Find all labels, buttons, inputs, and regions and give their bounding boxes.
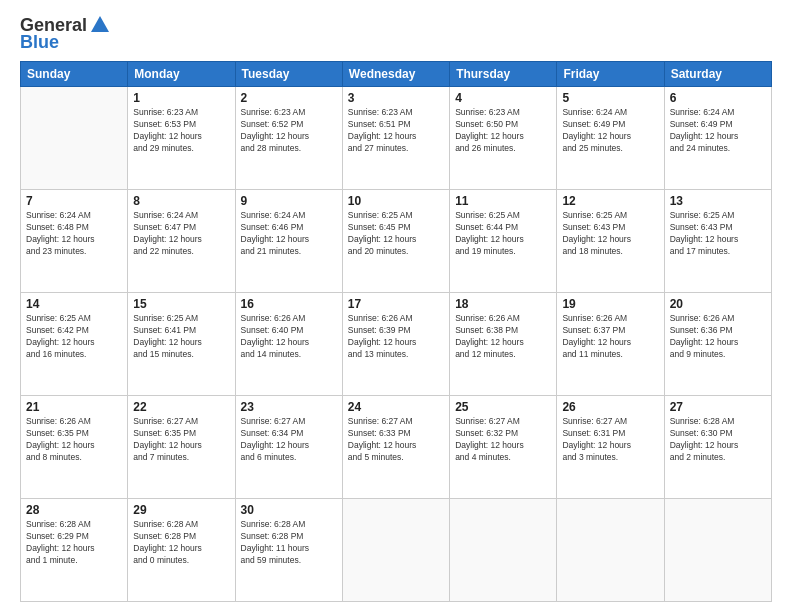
cell-content: Sunrise: 6:23 AM Sunset: 6:50 PM Dayligh…	[455, 107, 551, 155]
cell-content: Sunrise: 6:24 AM Sunset: 6:47 PM Dayligh…	[133, 210, 229, 258]
week-row-0: 1Sunrise: 6:23 AM Sunset: 6:53 PM Daylig…	[21, 87, 772, 190]
cell-content: Sunrise: 6:27 AM Sunset: 6:31 PM Dayligh…	[562, 416, 658, 464]
day-number: 14	[26, 297, 122, 311]
calendar-cell	[664, 499, 771, 602]
week-row-4: 28Sunrise: 6:28 AM Sunset: 6:29 PM Dayli…	[21, 499, 772, 602]
day-number: 13	[670, 194, 766, 208]
day-header-sunday: Sunday	[21, 62, 128, 87]
calendar-cell: 13Sunrise: 6:25 AM Sunset: 6:43 PM Dayli…	[664, 190, 771, 293]
cell-content: Sunrise: 6:25 AM Sunset: 6:42 PM Dayligh…	[26, 313, 122, 361]
cell-content: Sunrise: 6:27 AM Sunset: 6:34 PM Dayligh…	[241, 416, 337, 464]
cell-content: Sunrise: 6:28 AM Sunset: 6:29 PM Dayligh…	[26, 519, 122, 567]
cell-content: Sunrise: 6:23 AM Sunset: 6:53 PM Dayligh…	[133, 107, 229, 155]
calendar-cell: 15Sunrise: 6:25 AM Sunset: 6:41 PM Dayli…	[128, 293, 235, 396]
day-number: 22	[133, 400, 229, 414]
day-number: 6	[670, 91, 766, 105]
days-header-row: SundayMondayTuesdayWednesdayThursdayFrid…	[21, 62, 772, 87]
day-number: 1	[133, 91, 229, 105]
calendar-cell: 20Sunrise: 6:26 AM Sunset: 6:36 PM Dayli…	[664, 293, 771, 396]
calendar-cell: 12Sunrise: 6:25 AM Sunset: 6:43 PM Dayli…	[557, 190, 664, 293]
calendar-cell: 22Sunrise: 6:27 AM Sunset: 6:35 PM Dayli…	[128, 396, 235, 499]
week-row-2: 14Sunrise: 6:25 AM Sunset: 6:42 PM Dayli…	[21, 293, 772, 396]
calendar-table: SundayMondayTuesdayWednesdayThursdayFrid…	[20, 61, 772, 602]
calendar-cell: 2Sunrise: 6:23 AM Sunset: 6:52 PM Daylig…	[235, 87, 342, 190]
calendar-cell: 21Sunrise: 6:26 AM Sunset: 6:35 PM Dayli…	[21, 396, 128, 499]
week-row-3: 21Sunrise: 6:26 AM Sunset: 6:35 PM Dayli…	[21, 396, 772, 499]
calendar-cell: 30Sunrise: 6:28 AM Sunset: 6:28 PM Dayli…	[235, 499, 342, 602]
day-number: 25	[455, 400, 551, 414]
week-row-1: 7Sunrise: 6:24 AM Sunset: 6:48 PM Daylig…	[21, 190, 772, 293]
cell-content: Sunrise: 6:26 AM Sunset: 6:36 PM Dayligh…	[670, 313, 766, 361]
cell-content: Sunrise: 6:25 AM Sunset: 6:44 PM Dayligh…	[455, 210, 551, 258]
day-number: 28	[26, 503, 122, 517]
cell-content: Sunrise: 6:26 AM Sunset: 6:40 PM Dayligh…	[241, 313, 337, 361]
cell-content: Sunrise: 6:27 AM Sunset: 6:33 PM Dayligh…	[348, 416, 444, 464]
logo-icon	[89, 14, 111, 36]
header: General Blue	[20, 15, 772, 53]
cell-content: Sunrise: 6:24 AM Sunset: 6:48 PM Dayligh…	[26, 210, 122, 258]
cell-content: Sunrise: 6:25 AM Sunset: 6:43 PM Dayligh…	[670, 210, 766, 258]
cell-content: Sunrise: 6:26 AM Sunset: 6:38 PM Dayligh…	[455, 313, 551, 361]
day-number: 23	[241, 400, 337, 414]
day-number: 11	[455, 194, 551, 208]
day-number: 5	[562, 91, 658, 105]
day-number: 18	[455, 297, 551, 311]
cell-content: Sunrise: 6:27 AM Sunset: 6:35 PM Dayligh…	[133, 416, 229, 464]
calendar-cell: 9Sunrise: 6:24 AM Sunset: 6:46 PM Daylig…	[235, 190, 342, 293]
day-header-saturday: Saturday	[664, 62, 771, 87]
calendar-cell: 28Sunrise: 6:28 AM Sunset: 6:29 PM Dayli…	[21, 499, 128, 602]
calendar-cell: 8Sunrise: 6:24 AM Sunset: 6:47 PM Daylig…	[128, 190, 235, 293]
day-header-tuesday: Tuesday	[235, 62, 342, 87]
cell-content: Sunrise: 6:23 AM Sunset: 6:51 PM Dayligh…	[348, 107, 444, 155]
calendar-cell: 27Sunrise: 6:28 AM Sunset: 6:30 PM Dayli…	[664, 396, 771, 499]
cell-content: Sunrise: 6:23 AM Sunset: 6:52 PM Dayligh…	[241, 107, 337, 155]
day-number: 15	[133, 297, 229, 311]
day-header-thursday: Thursday	[450, 62, 557, 87]
day-number: 10	[348, 194, 444, 208]
calendar-cell: 3Sunrise: 6:23 AM Sunset: 6:51 PM Daylig…	[342, 87, 449, 190]
cell-content: Sunrise: 6:24 AM Sunset: 6:49 PM Dayligh…	[670, 107, 766, 155]
day-header-friday: Friday	[557, 62, 664, 87]
cell-content: Sunrise: 6:25 AM Sunset: 6:45 PM Dayligh…	[348, 210, 444, 258]
calendar-cell: 29Sunrise: 6:28 AM Sunset: 6:28 PM Dayli…	[128, 499, 235, 602]
page: General Blue SundayMondayTuesdayWednesda…	[0, 0, 792, 612]
day-number: 17	[348, 297, 444, 311]
cell-content: Sunrise: 6:25 AM Sunset: 6:41 PM Dayligh…	[133, 313, 229, 361]
day-number: 8	[133, 194, 229, 208]
calendar-cell: 11Sunrise: 6:25 AM Sunset: 6:44 PM Dayli…	[450, 190, 557, 293]
cell-content: Sunrise: 6:28 AM Sunset: 6:28 PM Dayligh…	[133, 519, 229, 567]
calendar-cell	[557, 499, 664, 602]
calendar-cell: 25Sunrise: 6:27 AM Sunset: 6:32 PM Dayli…	[450, 396, 557, 499]
day-number: 4	[455, 91, 551, 105]
day-number: 12	[562, 194, 658, 208]
calendar-cell: 14Sunrise: 6:25 AM Sunset: 6:42 PM Dayli…	[21, 293, 128, 396]
day-number: 26	[562, 400, 658, 414]
cell-content: Sunrise: 6:26 AM Sunset: 6:37 PM Dayligh…	[562, 313, 658, 361]
calendar-cell: 1Sunrise: 6:23 AM Sunset: 6:53 PM Daylig…	[128, 87, 235, 190]
day-number: 21	[26, 400, 122, 414]
cell-content: Sunrise: 6:24 AM Sunset: 6:49 PM Dayligh…	[562, 107, 658, 155]
day-header-wednesday: Wednesday	[342, 62, 449, 87]
calendar-cell	[21, 87, 128, 190]
day-number: 27	[670, 400, 766, 414]
day-number: 7	[26, 194, 122, 208]
cell-content: Sunrise: 6:25 AM Sunset: 6:43 PM Dayligh…	[562, 210, 658, 258]
day-number: 16	[241, 297, 337, 311]
cell-content: Sunrise: 6:26 AM Sunset: 6:39 PM Dayligh…	[348, 313, 444, 361]
day-header-monday: Monday	[128, 62, 235, 87]
cell-content: Sunrise: 6:24 AM Sunset: 6:46 PM Dayligh…	[241, 210, 337, 258]
calendar-cell: 7Sunrise: 6:24 AM Sunset: 6:48 PM Daylig…	[21, 190, 128, 293]
day-number: 24	[348, 400, 444, 414]
day-number: 3	[348, 91, 444, 105]
day-number: 30	[241, 503, 337, 517]
calendar-cell: 16Sunrise: 6:26 AM Sunset: 6:40 PM Dayli…	[235, 293, 342, 396]
day-number: 29	[133, 503, 229, 517]
calendar-cell: 4Sunrise: 6:23 AM Sunset: 6:50 PM Daylig…	[450, 87, 557, 190]
calendar-cell: 23Sunrise: 6:27 AM Sunset: 6:34 PM Dayli…	[235, 396, 342, 499]
calendar-cell: 26Sunrise: 6:27 AM Sunset: 6:31 PM Dayli…	[557, 396, 664, 499]
calendar-cell: 18Sunrise: 6:26 AM Sunset: 6:38 PM Dayli…	[450, 293, 557, 396]
cell-content: Sunrise: 6:28 AM Sunset: 6:30 PM Dayligh…	[670, 416, 766, 464]
day-number: 20	[670, 297, 766, 311]
calendar-cell: 6Sunrise: 6:24 AM Sunset: 6:49 PM Daylig…	[664, 87, 771, 190]
svg-marker-0	[91, 16, 109, 32]
